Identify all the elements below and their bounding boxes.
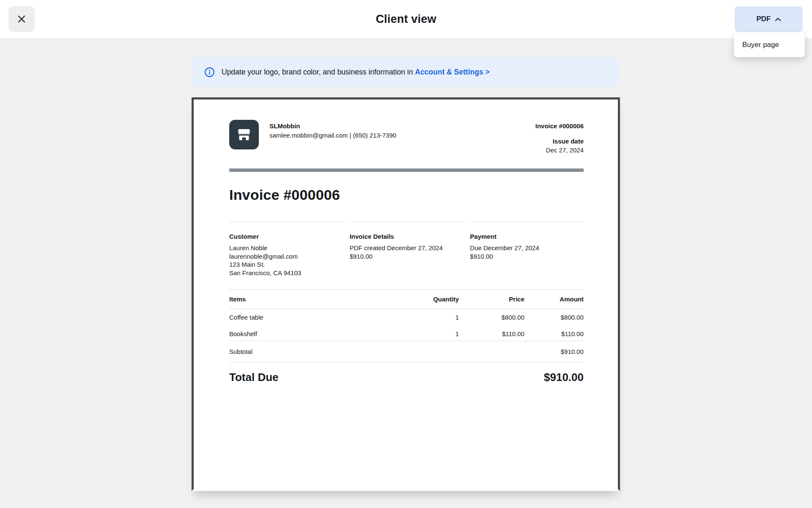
item-quantity: 1: [395, 314, 459, 321]
items-table: Items Quantity Price Amount Coffee table…: [229, 289, 584, 384]
subtotal-value: $910.00: [561, 348, 584, 355]
item-price: $110.00: [459, 330, 524, 337]
item-name: Bookshelf: [229, 330, 395, 337]
invoice-header: SLMobbin samlee.mobbin@gmail.com | (650)…: [229, 120, 584, 154]
top-bar: Client view PDF: [0, 0, 812, 38]
item-name: Coffee table: [229, 314, 395, 321]
customer-address-street: 123 Main St.: [229, 260, 343, 269]
invoice-title: Invoice #000006: [229, 186, 584, 204]
page-title: Client view: [0, 0, 812, 38]
col-header-amount: Amount: [524, 295, 584, 303]
pdf-dropdown-menu: Buyer page: [734, 33, 805, 57]
invoice-details-label: Invoice Details: [350, 233, 464, 240]
customer-name: Lauren Noble: [229, 244, 343, 252]
subtotal-row: Subtotal $910.00: [229, 341, 584, 362]
customer-address-city: San Francisco, CA 94103: [229, 269, 343, 277]
item-row: Coffee table 1 $800.00 $800.00: [229, 309, 584, 326]
business-info: SLMobbin samlee.mobbin@gmail.com | (650)…: [269, 120, 396, 139]
pdf-created-line: PDF created December 27, 2024: [350, 244, 464, 252]
info-icon: [204, 67, 215, 77]
issue-date-value: Dec 27, 2024: [535, 146, 584, 154]
item-quantity: 1: [395, 330, 459, 337]
invoice-detail-columns: Customer Lauren Noble laurennoble@gmail.…: [229, 222, 584, 277]
pdf-dropdown-button[interactable]: PDF: [735, 6, 803, 32]
business-contact: samlee.mobbin@gmail.com | (650) 213-7390: [269, 132, 396, 139]
brand-color-bar: [229, 168, 584, 172]
banner-text: Update your logo, brand color, and busin…: [222, 68, 490, 77]
chevron-up-icon: [775, 17, 781, 22]
invoice-meta: Invoice #000006 Issue date Dec 27, 2024: [535, 120, 584, 154]
item-amount: $110.00: [524, 330, 584, 337]
invoice-details-amount: $910.00: [350, 252, 464, 261]
item-price: $800.00: [459, 314, 524, 321]
payment-amount: $910.00: [470, 252, 584, 261]
banner-message: Update your logo, brand color, and busin…: [222, 68, 413, 76]
account-settings-link[interactable]: Account & Settings >: [415, 68, 489, 76]
col-header-price: Price: [459, 295, 524, 303]
customer-label: Customer: [229, 233, 343, 240]
payment-column: Payment Due December 27, 2024 $910.00: [470, 222, 584, 277]
item-amount: $800.00: [524, 314, 584, 321]
business-name: SLMobbin: [269, 122, 396, 130]
issue-date-label: Issue date: [535, 138, 584, 145]
payment-label: Payment: [470, 233, 584, 240]
total-due-value: $910.00: [544, 371, 584, 384]
customer-email: laurennoble@gmail.com: [229, 252, 343, 261]
storefront-icon: [236, 126, 252, 143]
total-due-label: Total Due: [229, 371, 279, 384]
subtotal-label: Subtotal: [229, 348, 252, 355]
invoice-number: Invoice #000006: [535, 122, 584, 130]
invoice-paper: SLMobbin samlee.mobbin@gmail.com | (650)…: [194, 99, 618, 489]
invoice-details-column: Invoice Details PDF created December 27,…: [350, 222, 464, 277]
info-banner: Update your logo, brand color, and busin…: [192, 57, 620, 87]
payment-due-line: Due December 27, 2024: [470, 244, 584, 252]
menu-item-buyer-page[interactable]: Buyer page: [734, 35, 805, 55]
item-row: Bookshelf 1 $110.00 $110.00: [229, 326, 584, 341]
invoice-preview-frame: SLMobbin samlee.mobbin@gmail.com | (650)…: [192, 97, 620, 491]
total-due-row: Total Due $910.00: [229, 362, 584, 384]
business-logo: [229, 120, 259, 149]
pdf-button-label: PDF: [757, 15, 771, 23]
customer-column: Customer Lauren Noble laurennoble@gmail.…: [229, 222, 343, 277]
col-header-items: Items: [229, 295, 395, 303]
col-header-quantity: Quantity: [395, 295, 459, 303]
items-table-header: Items Quantity Price Amount: [229, 289, 584, 309]
